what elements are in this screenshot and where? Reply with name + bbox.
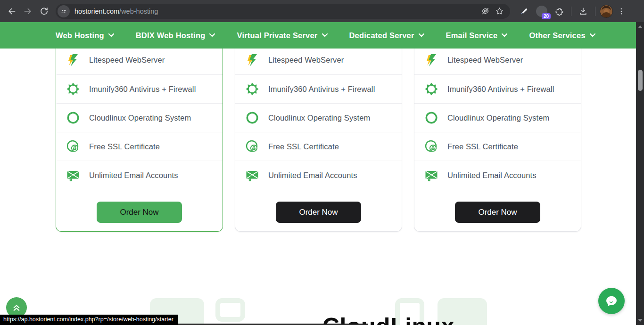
profile-avatar[interactable]	[600, 5, 613, 18]
nav-label: Dedicated Server	[349, 31, 414, 40]
imunify360-icon	[425, 82, 438, 96]
order-now-button[interactable]: Order Now	[276, 202, 361, 223]
feature-row: Litespeed WebServer	[235, 46, 402, 74]
live-chat-button[interactable]	[598, 288, 625, 314]
feature-row: Free SSL Certificate	[56, 132, 223, 161]
feature-row: Unlimited Email Accounts	[414, 161, 581, 189]
email-icon	[66, 169, 80, 182]
nav-item-bdix-web-hosting[interactable]: BDIX Web Hosting	[136, 31, 215, 40]
feature-row: Imunify360 Antivirus + Firewall	[414, 74, 581, 103]
feature-label: Unlimited Email Accounts	[89, 171, 178, 180]
plan-card-right: Litespeed WebServer Imunify360 Antivirus…	[414, 46, 581, 232]
feature-label: Litespeed WebServer	[447, 56, 523, 65]
toolbar-separator	[595, 7, 595, 16]
nav-label: BDIX Web Hosting	[136, 31, 206, 40]
feature-label: Free SSL Certificate	[89, 142, 160, 151]
forward-icon	[23, 7, 33, 16]
address-bar[interactable]: hostorient.com/web-hosting	[56, 4, 510, 19]
back-button[interactable]	[4, 3, 20, 19]
page-scrollbar[interactable]	[636, 22, 644, 325]
color-picker-extension-button[interactable]	[517, 4, 532, 19]
extension-with-badge-button[interactable]: 20	[534, 4, 549, 19]
litespeed-icon	[246, 54, 259, 67]
scrollbar-up-arrow[interactable]	[636, 23, 644, 31]
nav-item-email-service[interactable]: Email Service	[446, 31, 508, 40]
reload-button[interactable]	[36, 3, 52, 19]
feature-label: Cloudlinux Operating System	[89, 114, 191, 122]
chevron-down-icon	[322, 33, 328, 37]
feature-row: Litespeed WebServer	[56, 46, 223, 74]
feature-label: Unlimited Email Accounts	[447, 171, 537, 180]
main-navigation: Web Hosting BDIX Web Hosting Virtual Pri…	[0, 22, 636, 49]
forward-button[interactable]	[20, 3, 36, 19]
chevron-down-icon	[502, 33, 507, 37]
feature-label: Imunify360 Antivirus + Firewall	[268, 85, 375, 94]
feature-label: Cloudlinux Operating System	[268, 114, 370, 122]
feature-row: Cloudlinux Operating System	[414, 103, 581, 132]
site-info-icon	[60, 8, 67, 15]
feature-label: Cloudlinux Operating System	[447, 114, 549, 122]
eyedropper-icon	[520, 7, 529, 16]
order-now-button[interactable]: Order Now	[455, 202, 540, 223]
feature-row: Unlimited Email Accounts	[56, 161, 223, 189]
chevron-down-icon	[209, 33, 215, 37]
nav-label: Other Services	[529, 31, 585, 40]
litespeed-icon	[425, 54, 438, 67]
nav-item-other-services[interactable]: Other Services	[529, 31, 595, 40]
extensions-menu-button[interactable]	[552, 4, 567, 19]
chevron-down-icon	[590, 33, 595, 37]
url-text: hostorient.com/web-hosting	[74, 8, 158, 15]
feature-row: Cloudlinux Operating System	[235, 103, 402, 132]
nav-item-web-hosting[interactable]: Web Hosting	[56, 31, 114, 40]
feature-label: Free SSL Certificate	[268, 142, 339, 151]
downloads-button[interactable]	[576, 4, 591, 19]
extensions-area: 20	[517, 4, 627, 19]
browser-window: hostorient.com/web-hosting 20	[0, 0, 644, 325]
feature-label: Litespeed WebServer	[268, 56, 344, 65]
url-path: /web-hosting	[119, 8, 158, 15]
feature-label: Unlimited Email Accounts	[268, 171, 357, 180]
eye-off-icon	[481, 7, 490, 16]
browser-toolbar: hostorient.com/web-hosting 20	[0, 0, 644, 22]
email-icon	[246, 169, 259, 182]
browser-menu-button[interactable]	[615, 4, 627, 19]
download-icon	[578, 7, 588, 16]
email-icon	[425, 169, 438, 182]
cloudlinux-icon	[425, 111, 438, 124]
toolbar-separator	[571, 7, 571, 16]
ssl-lock-icon	[246, 140, 259, 153]
extension-badge: 20	[542, 13, 551, 19]
chevron-down-icon	[419, 33, 424, 37]
back-icon	[7, 7, 17, 16]
feature-row: Imunify360 Antivirus + Firewall	[235, 74, 402, 103]
link-preview-statusbar: https://ap.hostorient.com/index.php?rp=/…	[0, 315, 178, 325]
star-icon	[495, 7, 504, 16]
puzzle-icon	[554, 7, 564, 16]
order-now-button[interactable]: Order Now	[97, 202, 182, 223]
feature-label: Litespeed WebServer	[89, 56, 165, 65]
nav-item-virtual-private-server[interactable]: Virtual Private Server	[237, 31, 327, 40]
reload-icon	[40, 7, 49, 16]
reading-mode-hide-button[interactable]	[478, 4, 492, 18]
scrollbar-thumb[interactable]	[638, 70, 643, 91]
imunify360-icon	[66, 82, 80, 96]
feature-row: Imunify360 Antivirus + Firewall	[56, 74, 223, 103]
nav-item-dedicated-server[interactable]: Dedicated Server	[349, 31, 424, 40]
kebab-menu-icon	[617, 7, 626, 16]
chat-bubble-icon	[603, 292, 620, 309]
plan-card-starter: Litespeed WebServer Imunify360 Antivirus…	[56, 46, 223, 232]
site-settings-button[interactable]	[58, 5, 70, 17]
feature-row: Free SSL Certificate	[235, 132, 402, 161]
bookmark-button[interactable]	[492, 4, 506, 18]
feature-row: Free SSL Certificate	[414, 132, 581, 161]
nav-label: Web Hosting	[56, 31, 104, 40]
feature-label: Imunify360 Antivirus + Firewall	[447, 85, 554, 94]
litespeed-icon	[66, 54, 80, 67]
cloudlinux-icon	[66, 111, 80, 124]
avatar-image	[600, 5, 612, 17]
feature-row: Cloudlinux Operating System	[56, 103, 223, 132]
nav-label: Virtual Private Server	[237, 31, 317, 40]
feature-label: Imunify360 Antivirus + Firewall	[89, 85, 196, 94]
scrollbar-down-arrow[interactable]	[636, 317, 644, 324]
ssl-lock-icon	[66, 140, 80, 153]
